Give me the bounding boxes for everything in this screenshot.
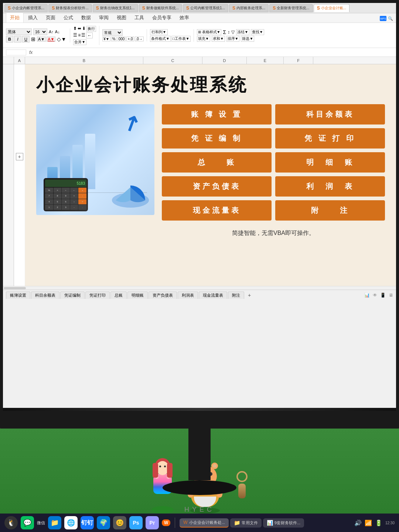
taskbar-wps-group[interactable]: W bbox=[162, 519, 170, 526]
font-grow-btn[interactable]: A↑ bbox=[49, 30, 54, 34]
sigma-button[interactable]: Σ bbox=[223, 29, 226, 35]
sheet-tab-add-button[interactable]: + bbox=[245, 291, 254, 299]
menu-btn-subject-balance[interactable]: 科目余额表 bbox=[275, 104, 385, 125]
col-header-e[interactable]: E bbox=[247, 57, 284, 64]
merge-button[interactable]: 合并▼ bbox=[73, 39, 86, 45]
menu-btn-ledger-setup[interactable]: 账 簿 设 置 bbox=[162, 104, 272, 125]
col-header-c[interactable]: C bbox=[143, 57, 202, 64]
horizontal-scrollbar[interactable] bbox=[3, 286, 396, 290]
tab-item[interactable]: S小企业内帐管理系... bbox=[4, 4, 48, 12]
decimal-decrease-button[interactable]: .0→ bbox=[135, 37, 144, 41]
ribbon-tab-home[interactable]: 开始 bbox=[6, 13, 24, 23]
sheet-tab-general-ledger[interactable]: 总账 bbox=[110, 291, 127, 299]
sheet-tab-ledger-setup[interactable]: 账簿设置 bbox=[6, 291, 30, 299]
col-header-f[interactable]: F bbox=[284, 57, 313, 64]
decimal-increase-button[interactable]: +.0 bbox=[126, 37, 134, 41]
cell-style-button[interactable]: □工作表▼ bbox=[171, 36, 191, 42]
sort-asc-button[interactable]: 排序▼ bbox=[226, 36, 240, 42]
ribbon-tab-page[interactable]: 页面 bbox=[42, 13, 59, 23]
col-header-b[interactable]: B bbox=[25, 57, 143, 64]
sheet-tab-voucher-print[interactable]: 凭证打印 bbox=[85, 291, 110, 299]
tab-item[interactable]: S公司内帐管理系统1... bbox=[183, 4, 228, 12]
merge-calc-button[interactable]: 求和▼ bbox=[212, 36, 225, 42]
font-color-button[interactable]: A▼ bbox=[47, 37, 55, 42]
currency-button[interactable]: ¥▼ bbox=[102, 37, 110, 41]
filter-button[interactable]: ▽ bbox=[231, 30, 235, 35]
align-middle-button[interactable]: ⬌ bbox=[78, 26, 81, 32]
align-center-button[interactable]: ≡ bbox=[78, 33, 81, 38]
taskbar-wechat-icon[interactable]: 💬 bbox=[21, 516, 34, 529]
tab-item[interactable]: S财务出纳收支系统1... bbox=[93, 4, 138, 12]
col-header-a[interactable]: A bbox=[14, 57, 25, 64]
number-format-select[interactable]: 常规 bbox=[102, 29, 123, 36]
sheet-tab-cash-flow[interactable]: 现金流量表 bbox=[199, 291, 227, 299]
font-size-select[interactable]: 16 bbox=[33, 28, 47, 35]
add-cell-btn[interactable]: + bbox=[16, 153, 23, 160]
wrap-button[interactable]: 换行 bbox=[86, 26, 96, 32]
fill-color-button[interactable]: A▼ bbox=[37, 37, 46, 42]
underline-button[interactable]: U bbox=[22, 36, 30, 42]
taskbar-files-icon[interactable]: 📁 bbox=[48, 516, 61, 529]
fill-button[interactable]: 填充▼ bbox=[197, 36, 210, 42]
battery-icon[interactable]: 🔋 bbox=[375, 519, 382, 526]
menu-btn-voucher-edit[interactable]: 凭 证 编 制 bbox=[162, 128, 272, 149]
thousands-button[interactable]: 000 bbox=[117, 37, 126, 41]
ribbon-tab-tools[interactable]: 工具 bbox=[131, 13, 148, 23]
sheet-tab-notes[interactable]: 附注 bbox=[228, 291, 244, 299]
conditional-format-button[interactable]: 条件格式▼ bbox=[150, 36, 171, 42]
align-bottom-button[interactable]: ⬇ bbox=[82, 26, 86, 32]
taskbar-ps-icon[interactable]: Ps bbox=[129, 516, 143, 529]
menu-btn-cash-flow[interactable]: 现金流量表 bbox=[162, 200, 272, 221]
menu-btn-voucher-print[interactable]: 凭 证 打 印 bbox=[275, 128, 385, 149]
taskbar-ie-icon[interactable]: 🌍 bbox=[97, 516, 110, 529]
tab-item[interactable]: S财务做账软件系统... bbox=[139, 4, 182, 12]
border-button[interactable]: ⊞ bbox=[30, 36, 36, 42]
menu-btn-profit-table[interactable]: 利 润 表 bbox=[275, 176, 385, 197]
sheet-tab-detail-ledger[interactable]: 明细账 bbox=[127, 291, 148, 299]
highlight-button[interactable]: ◇▼ bbox=[56, 36, 67, 42]
ribbon-tab-review[interactable]: 审阅 bbox=[95, 13, 112, 23]
tab-item[interactable]: S财务报表分析软件... bbox=[48, 4, 92, 12]
ribbon-tab-formula[interactable]: 公式 bbox=[60, 13, 77, 23]
menu-btn-detail-ledger[interactable]: 明 细 账 bbox=[275, 152, 385, 173]
outdent-button[interactable]: ← bbox=[86, 33, 93, 38]
formula-input[interactable] bbox=[35, 50, 393, 55]
taskbar-chrome-icon[interactable]: 🌐 bbox=[64, 516, 78, 529]
sheet-tab-subject-balance[interactable]: 科目余额表 bbox=[31, 291, 59, 299]
italic-button[interactable]: I bbox=[14, 36, 21, 42]
table-style-button[interactable]: ⊞ 表格样式▼ bbox=[197, 29, 222, 35]
taskbar-pr-icon[interactable]: Pr bbox=[146, 516, 159, 529]
freeze-button[interactable]: 冻结▼ bbox=[236, 29, 249, 35]
align-top-button[interactable]: ⬆ bbox=[73, 26, 77, 32]
menu-btn-notes[interactable]: 附 注 bbox=[275, 200, 385, 221]
find-button[interactable]: 查找▼ bbox=[251, 29, 264, 35]
taskbar-app-accounting[interactable]: W 小企业会计账务处... bbox=[180, 518, 229, 528]
cell-reference-input[interactable] bbox=[6, 50, 26, 55]
sheet-tab-voucher-edit[interactable]: 凭证编制 bbox=[60, 291, 85, 299]
volume-icon[interactable]: 🔊 bbox=[354, 519, 362, 526]
tab-item-active[interactable]: S小企业会计账... bbox=[314, 4, 349, 12]
search-icon[interactable]: 🔍 bbox=[388, 16, 393, 21]
sheet-tab-balance-sheet[interactable]: 资产负债表 bbox=[149, 291, 177, 299]
ribbon-tab-data[interactable]: 数据 bbox=[78, 13, 95, 23]
sheet-tab-profit[interactable]: 利润表 bbox=[178, 291, 198, 299]
taskbar-app-software[interactable]: 📊 9套财务软件... bbox=[263, 518, 304, 528]
sort-button[interactable]: ↕ bbox=[228, 30, 230, 35]
scrollbar-thumb[interactable] bbox=[4, 287, 26, 289]
menu-btn-general-ledger[interactable]: 总 账 bbox=[162, 152, 272, 173]
sum-button[interactable]: 行和列▼ bbox=[150, 29, 168, 35]
ribbon-tab-efficiency[interactable]: 效率 bbox=[176, 13, 193, 23]
bold-button[interactable]: B bbox=[6, 36, 13, 42]
auto-filter-button[interactable]: 筛选▼ bbox=[241, 36, 254, 42]
tab-item[interactable]: S全新财务管理系统... bbox=[269, 4, 313, 12]
font-family-select[interactable]: 黑体 bbox=[6, 28, 32, 35]
ribbon-tab-member[interactable]: 会员专享 bbox=[149, 13, 175, 23]
taskbar-emoji-icon[interactable]: 😊 bbox=[113, 516, 126, 529]
align-left-button[interactable]: ☰ bbox=[73, 33, 77, 38]
system-icon[interactable]: 🐧 bbox=[4, 516, 18, 529]
taskbar-dingding-icon[interactable]: 钉钉 bbox=[81, 516, 94, 529]
font-shrink-btn[interactable]: A↓ bbox=[55, 30, 60, 34]
percent-button[interactable]: % bbox=[111, 37, 117, 41]
ribbon-tab-view[interactable]: 视图 bbox=[113, 13, 130, 23]
menu-btn-balance-sheet[interactable]: 资产负债表 bbox=[162, 176, 272, 197]
